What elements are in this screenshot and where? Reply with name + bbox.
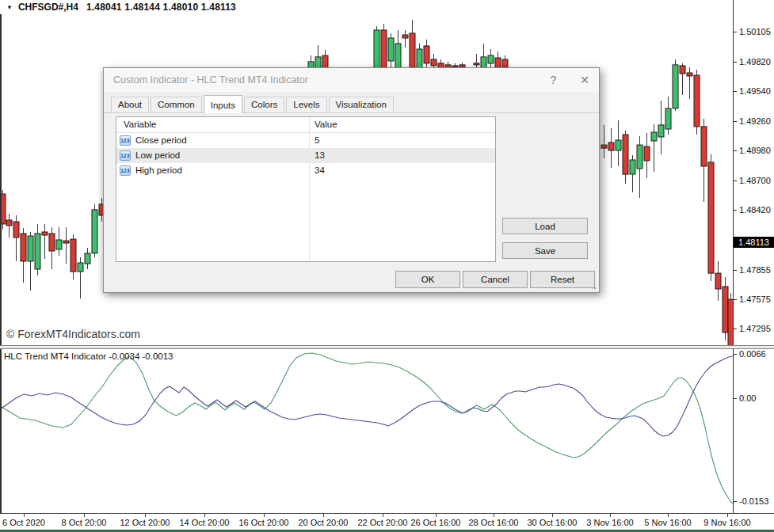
time-axis-tick	[24, 514, 25, 517]
axis-tick	[734, 150, 737, 151]
time-axis-label: 20 Oct 20:00	[299, 518, 349, 527]
indicator-dialog: Custom Indicator - HLC Trend MT4 Indicat…	[103, 67, 600, 293]
axis-tick	[734, 270, 737, 271]
tab-common[interactable]: Common	[151, 97, 202, 112]
time-axis-label: 26 Oct 16:00	[411, 518, 461, 527]
integer-param-icon: 123	[120, 150, 131, 161]
price-axis-label: 1.48420	[739, 205, 771, 215]
axis-tick	[734, 62, 737, 63]
load-button[interactable]: Load	[502, 218, 588, 234]
time-axis-label: 5 Nov 16:00	[644, 518, 691, 527]
time-axis-tick	[383, 514, 383, 517]
time-axis-label: 30 Oct 16:00	[528, 518, 578, 527]
price-axis-label: 1.49260	[739, 116, 771, 126]
indicator-axis-label: -0.0153	[739, 496, 768, 506]
integer-param-icon: 123	[120, 135, 131, 146]
axis-tick	[734, 91, 737, 92]
param-value[interactable]: 13	[309, 148, 495, 163]
time-axis[interactable]: 6 Oct 20208 Oct 20:0012 Oct 20:0014 Oct …	[0, 513, 774, 530]
time-axis-tick	[552, 514, 553, 517]
table-row[interactable]: 123 Low period 13	[116, 148, 495, 163]
help-icon[interactable]: ?	[550, 74, 556, 86]
dialog-titlebar[interactable]: Custom Indicator - HLC Trend MT4 Indicat…	[104, 68, 599, 92]
time-axis-tick	[204, 514, 205, 517]
column-value: Value	[309, 117, 495, 132]
time-axis-label: 9 Nov 16:00	[703, 518, 750, 527]
indicator-axis-label: 0.00	[739, 393, 756, 403]
tab-about[interactable]: About	[111, 97, 149, 112]
axis-tick	[734, 354, 737, 355]
axis-tick	[734, 299, 737, 300]
time-axis-tick	[323, 514, 324, 517]
param-value[interactable]: 5	[309, 133, 495, 148]
price-axis-label: 1.49820	[739, 57, 771, 66]
indicator-line-blue	[0, 356, 733, 436]
dialog-title: Custom Indicator - HLC Trend MT4 Indicat…	[113, 74, 550, 86]
price-axis-label: 1.50105	[739, 27, 771, 36]
axis-tick	[734, 121, 737, 122]
time-axis-label: 22 Oct 20:00	[358, 518, 408, 527]
price-axis-label: 1.47575	[739, 294, 771, 304]
ok-button[interactable]: OK	[395, 271, 460, 288]
watermark: © ForexMT4Indicators.com	[6, 328, 140, 340]
tab-levels[interactable]: Levels	[286, 97, 326, 112]
indicator-axis-label: 0.0066	[739, 349, 766, 359]
inputs-table: Variable Value 123 Close period 5 123 Lo…	[116, 116, 496, 262]
price-axis-label: 1.48700	[739, 176, 771, 185]
time-axis-label: 3 Nov 16:00	[586, 518, 633, 527]
time-axis-label: 28 Oct 16:00	[469, 518, 519, 527]
time-axis-tick	[610, 514, 611, 517]
price-axis-label: 1.48980	[739, 146, 771, 155]
save-button[interactable]: Save	[502, 242, 588, 259]
time-axis-label: 12 Oct 20:00	[120, 518, 170, 527]
param-name: High period	[135, 163, 182, 178]
time-axis-label: 14 Oct 20:00	[180, 518, 230, 527]
time-axis-tick	[264, 514, 265, 517]
time-axis-tick	[145, 514, 146, 517]
indicator-line-green	[0, 353, 733, 504]
tab-inputs[interactable]: Inputs	[204, 95, 242, 113]
table-row[interactable]: 123 Close period 5	[116, 133, 495, 148]
axis-tick	[734, 329, 737, 329]
time-axis-tick	[84, 514, 85, 517]
time-axis-label: 16 Oct 20:00	[239, 518, 289, 527]
indicator-chart	[0, 349, 733, 513]
table-row[interactable]: 123 High period 34	[116, 163, 495, 178]
param-value[interactable]: 34	[309, 163, 495, 178]
axis-tick	[734, 180, 737, 181]
axis-tick	[734, 398, 737, 399]
close-icon[interactable]: ✕	[580, 74, 589, 86]
mt4-chart-window: ▼ CHFSGD#,H4 1.48041 1.48144 1.48010 1.4…	[0, 0, 774, 532]
integer-param-icon: 123	[120, 165, 131, 176]
price-axis-label: 1.47855	[739, 265, 771, 275]
time-axis-tick	[436, 514, 437, 517]
price-axis[interactable]: 1.501051.498201.495401.492601.489801.487…	[733, 0, 774, 513]
time-axis-tick	[668, 514, 669, 517]
panel-splitter[interactable]	[0, 345, 774, 349]
window-left-border	[0, 14, 2, 513]
time-axis-tick	[494, 514, 494, 517]
dialog-tabs: About Common Inputs Colors Levels Visual…	[104, 92, 599, 113]
indicator-title: HLC Trend MT4 Indicator -0.0034 -0.0013	[4, 352, 173, 361]
axis-tick	[734, 210, 737, 211]
time-axis-tick	[727, 514, 728, 517]
price-axis-label: 1.47295	[739, 324, 771, 333]
price-axis-label: 1.49540	[739, 86, 771, 96]
cancel-button[interactable]: Cancel	[463, 271, 528, 288]
reset-button[interactable]: Reset	[530, 271, 595, 288]
time-axis-label: 8 Oct 20:00	[62, 518, 107, 527]
param-name: Close period	[135, 133, 187, 148]
time-axis-label: 6 Oct 2020	[2, 518, 45, 527]
tab-visualization[interactable]: Visualization	[329, 97, 394, 112]
tab-colors[interactable]: Colors	[244, 97, 284, 112]
table-header: Variable Value	[116, 117, 495, 133]
current-price-label: 1.48113	[734, 237, 774, 248]
axis-tick	[734, 501, 737, 502]
column-variable: Variable	[116, 117, 309, 132]
indicator-panel[interactable]: HLC Trend MT4 Indicator -0.0034 -0.0013	[0, 349, 733, 513]
axis-tick	[734, 32, 737, 32]
param-name: Low period	[135, 148, 180, 163]
